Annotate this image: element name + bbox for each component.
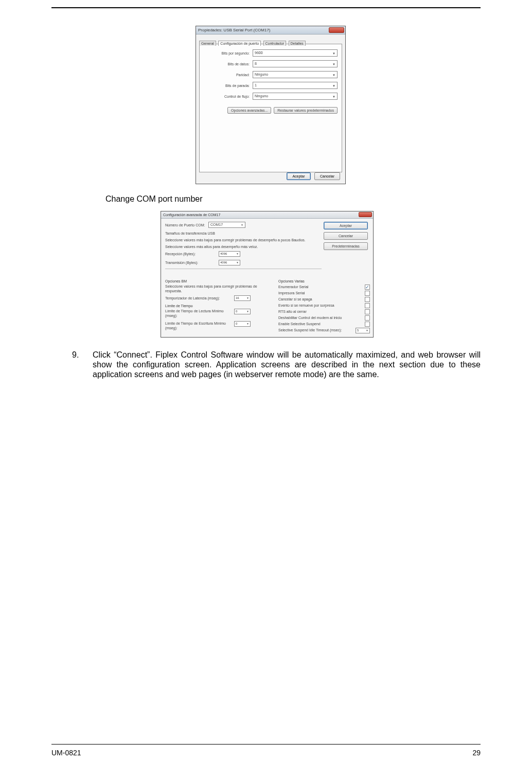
- tx-select[interactable]: 4096: [219, 260, 240, 265]
- write-timeout-select[interactable]: 0: [234, 321, 251, 327]
- com-port-select[interactable]: COM17: [208, 222, 245, 228]
- port-properties-dialog: Propiedades: USB Serial Port (COM17) Gen…: [196, 26, 346, 184]
- ok-button[interactable]: Aceptar: [287, 172, 310, 180]
- footer-page-number: 29: [472, 749, 481, 757]
- data-bits-select[interactable]: 8: [253, 60, 338, 67]
- page-footer: UM-0821 29: [51, 749, 481, 757]
- timeout-heading: Límite de Tiempo: [165, 304, 274, 308]
- header-rule: [51, 7, 481, 8]
- close-icon[interactable]: [329, 27, 344, 33]
- step-number: 9.: [51, 350, 93, 379]
- opt-cancel-poweroff: Cancelar si se apaga: [278, 296, 312, 303]
- dialog-titlebar: Configuración avanzada de COM17: [161, 211, 373, 219]
- dialog-title: Configuración avanzada de COM17: [163, 213, 220, 217]
- opt-disable-modem: Deshabilitar Control del modem al inicio: [278, 315, 342, 321]
- opt-serial-enum: Enumerador Serial: [278, 284, 308, 290]
- opt-surprise-remove: Evento si se remueve por sorpresa: [278, 303, 334, 309]
- usb-hint-high: Seleccione valores más altos para desemp…: [165, 244, 322, 249]
- write-timeout-label: Límite de Tiempo de Escritura Mínimo (ms…: [165, 321, 234, 330]
- usb-heading: Tamaños de transferencia USB: [165, 231, 322, 236]
- ss-timeout-select[interactable]: 5: [356, 328, 370, 333]
- read-timeout-label: Límite de Tiempo de Lectura Mínimo (mseg…: [165, 309, 234, 318]
- bm-heading: Opciones BM: [165, 279, 274, 283]
- flow-select[interactable]: Ninguno: [253, 93, 338, 100]
- advanced-button[interactable]: Opciones avanzadas...: [227, 107, 271, 114]
- step-9: 9. Click “Connect”. Fiplex Control Softw…: [51, 350, 481, 379]
- cancel-button[interactable]: Cancelar: [314, 172, 340, 180]
- opt-selective-suspend: Enable Selective Suspend: [278, 321, 321, 327]
- misc-heading: Opciones Varias: [278, 279, 370, 283]
- baud-label: Bits por segundo:: [204, 51, 253, 55]
- ok-button[interactable]: Aceptar: [324, 222, 368, 229]
- data-bits-label: Bits de datos:: [204, 62, 253, 66]
- opt-disable-modem-checkbox[interactable]: [365, 315, 370, 321]
- opt-serial-printer-checkbox[interactable]: [365, 291, 370, 296]
- close-icon[interactable]: [359, 212, 372, 217]
- footer-rule: [51, 744, 481, 745]
- tab-details[interactable]: Detalles: [289, 41, 306, 46]
- opt-surprise-remove-checkbox[interactable]: [365, 303, 370, 308]
- stop-bits-label: Bits de parada:: [204, 84, 253, 87]
- tab-driver[interactable]: Controlador: [263, 41, 287, 46]
- rx-select[interactable]: 4096: [219, 251, 240, 257]
- rx-label: Recepción (Bytes):: [165, 252, 219, 256]
- opt-serial-printer: Impresora Serial: [278, 290, 305, 296]
- latency-label: Temporizador de Latencia (mseg):: [165, 296, 234, 300]
- flow-label: Control de flujo:: [204, 95, 253, 98]
- opt-rts-high-checkbox[interactable]: [365, 309, 370, 314]
- read-timeout-select[interactable]: 0: [234, 309, 251, 314]
- opt-serial-enum-checkbox[interactable]: [365, 285, 370, 290]
- parity-label: Paridad:: [204, 73, 253, 77]
- divider: [165, 269, 322, 269]
- step-text: Click “Connect”. Fiplex Control Software…: [93, 350, 481, 379]
- defaults-button[interactable]: Predeterminadas: [324, 242, 368, 250]
- tx-label: Transmisión (Bytes):: [165, 261, 219, 264]
- tab-port-config[interactable]: Configuración de puerto: [218, 41, 261, 46]
- com-port-label: Número de Puerto COM:: [165, 223, 208, 227]
- stop-bits-select[interactable]: 1: [253, 82, 338, 89]
- dialog-titlebar: Propiedades: USB Serial Port (COM17): [196, 26, 345, 34]
- opt-selective-suspend-checkbox[interactable]: [365, 322, 370, 327]
- advanced-config-dialog: Configuración avanzada de COM17 Aceptar …: [161, 211, 374, 338]
- latency-select[interactable]: 16: [234, 295, 251, 301]
- restore-defaults-button[interactable]: Restaurar valores predeterminados: [274, 107, 338, 114]
- opt-cancel-poweroff-checkbox[interactable]: [365, 297, 370, 302]
- dialog-title: Propiedades: USB Serial Port (COM17): [198, 28, 271, 32]
- parity-select[interactable]: Ninguno: [253, 71, 338, 78]
- usb-hint-low: Seleccione valores más bajos para correg…: [165, 238, 322, 242]
- opt-rts-high: RTS alto al cerrar: [278, 309, 307, 315]
- dialog-tabs: General Configuración de puerto Controla…: [199, 37, 342, 44]
- tab-general[interactable]: General: [199, 41, 216, 46]
- bm-hint: Seleccione valores más bajos para correg…: [165, 284, 274, 293]
- dialog-panel: Bits por segundo: 9600 Bits de datos: 8 …: [199, 44, 342, 172]
- figure-caption: Change COM port number: [105, 194, 481, 204]
- cancel-button[interactable]: Cancelar: [324, 232, 368, 240]
- baud-select[interactable]: 9600: [253, 49, 338, 57]
- ss-timeout-label: Selective Suspend Idle Timeout (msec):: [278, 327, 342, 333]
- footer-doc-id: UM-0821: [51, 749, 81, 757]
